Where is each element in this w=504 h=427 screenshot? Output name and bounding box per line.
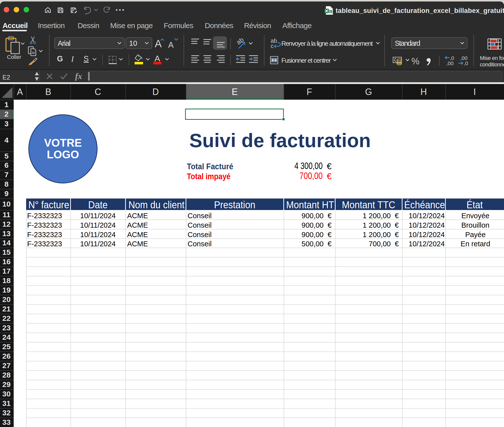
svg-text:,00: ,00 [460, 56, 467, 61]
svg-text:,00: ,00 [446, 60, 454, 66]
svg-text:,0: ,0 [464, 60, 468, 66]
svg-text:,0: ,0 [450, 56, 454, 61]
